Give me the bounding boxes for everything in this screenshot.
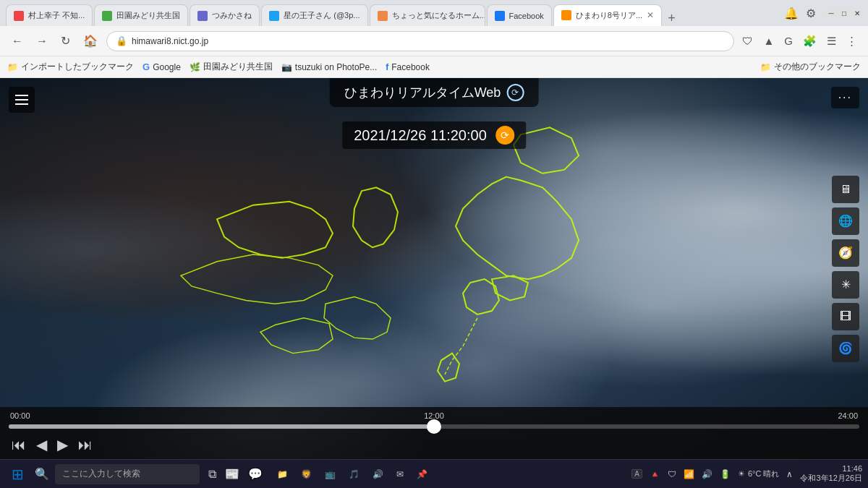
map-title-text: ひまわりリアルタイムWeb: [344, 84, 501, 101]
globe-icon: 🌐: [838, 214, 853, 228]
taskbar-search-box[interactable]: ここに入力して検索: [55, 464, 200, 484]
translate-icon[interactable]: G: [780, 33, 796, 50]
next-button[interactable]: ▶: [54, 435, 71, 455]
tab-2-favicon: [102, 11, 112, 21]
skip-to-start-button[interactable]: ⏮: [9, 435, 29, 455]
tab-2-label: 田園みどり共生国: [116, 10, 180, 21]
weather-sun-icon: ☀: [738, 469, 745, 479]
tab-4[interactable]: 星の王子さん (@3p...: [261, 4, 367, 26]
tab-1-favicon: [14, 11, 24, 21]
tray-shield[interactable]: 🛡: [665, 468, 679, 481]
tab-7[interactable]: ひまわり8号リア... ✕: [553, 4, 662, 26]
bookmark-photope[interactable]: 📷 tsuzuki on PhotoPe...: [281, 62, 377, 72]
taskbar-app-brave[interactable]: 🦁: [295, 461, 318, 487]
tray-battery[interactable]: 🔋: [717, 468, 733, 481]
toolbar-right: 🔔 ⚙: [783, 5, 817, 22]
tray-overflow[interactable]: ∧: [783, 468, 796, 481]
taskbar-app-3[interactable]: 🎵: [343, 461, 365, 487]
taskbar-app-niconico[interactable]: 📺: [319, 461, 341, 487]
home-button[interactable]: 🏠: [79, 31, 102, 51]
tab-1[interactable]: 村上幸子 不知...: [6, 4, 93, 26]
menu-hamburger-button[interactable]: [9, 87, 35, 113]
input-mode-box[interactable]: A: [631, 469, 642, 479]
reload-button[interactable]: ↻: [56, 31, 75, 51]
tab-2[interactable]: 田園みどり共生国: [94, 4, 188, 26]
tab-5-label: ちょっと気になるホーム...: [392, 10, 485, 21]
tab-5[interactable]: ちょっと気になるホーム...: [370, 4, 485, 26]
brave-shield-icon[interactable]: 🛡: [739, 33, 757, 50]
asterisk-icon: ✳: [841, 278, 851, 291]
tab-7-label: ひまわり8号リア...: [576, 10, 642, 21]
tab-5-favicon: [378, 11, 388, 21]
taskbar-task-view[interactable]: ⧉: [205, 464, 219, 484]
main-content: ひまわりリアルタイムWeb ⟳ 2021/12/26 11:20:00 ⟳ ··…: [0, 78, 868, 459]
ham-line-1: [15, 95, 28, 96]
taskbar-app-folder[interactable]: 📁: [271, 461, 294, 487]
close-button[interactable]: ✕: [852, 8, 862, 18]
tab-6[interactable]: Facebook: [487, 4, 552, 26]
clock-date: 令和3年12月26日: [800, 473, 862, 484]
timeline-track[interactable]: [9, 424, 859, 429]
bookmark-others[interactable]: 📁 その他のブックマーク: [760, 61, 861, 73]
brave-rewards-icon[interactable]: ▲: [760, 33, 778, 50]
animation-button[interactable]: 🎞: [832, 303, 859, 330]
settings-icon[interactable]: ⚙: [804, 5, 817, 22]
maximize-button[interactable]: □: [839, 8, 849, 18]
bookmark-google[interactable]: G Google: [142, 61, 181, 72]
tab-7-favicon: [561, 10, 571, 20]
sidebar-toggle-icon[interactable]: ☰: [823, 33, 840, 50]
new-tab-button[interactable]: +: [663, 11, 680, 26]
compass-button[interactable]: 🧭: [832, 239, 859, 267]
back-button[interactable]: ←: [7, 32, 27, 51]
right-sidebar: 🖥 🌐 🧭 ✳ 🎞 🌀: [832, 176, 859, 362]
taskbar: ⊞ 🔍 ここに入力して検索 ⧉ 📰 💬 📁 🦁 📺 🎵 🔊 ✉ 📌 A 🔺 🛡: [0, 459, 868, 488]
tab-3[interactable]: つみかさね: [190, 4, 260, 26]
taskbar-search-icon[interactable]: 🔍: [32, 464, 52, 484]
taskbar-chat[interactable]: 💬: [245, 464, 265, 484]
tray-icon-1[interactable]: 🔺: [647, 468, 663, 481]
globe-view-button[interactable]: 🌐: [832, 207, 859, 235]
clock-time: 11:46: [800, 464, 862, 473]
taskbar-search-placeholder: ここに入力して検索: [62, 468, 140, 480]
timeline-thumb[interactable]: [427, 419, 441, 434]
tab-6-favicon: [495, 11, 505, 21]
tab-4-label: 星の王子さん (@3p...: [284, 10, 359, 21]
forward-button[interactable]: →: [32, 32, 52, 51]
time-start: 00:00: [10, 411, 30, 420]
address-text: himawari8.nict.go.jp: [132, 36, 725, 46]
menu-button[interactable]: ⋮: [843, 33, 861, 50]
notifications-icon[interactable]: 🔔: [783, 5, 800, 22]
bookmark-facebook[interactable]: f Facebook: [386, 62, 430, 72]
bookmark-tanomi[interactable]: 🌿 田園みどり共生国: [190, 61, 273, 73]
map-title-bar: ひまわりリアルタイムWeb ⟳: [330, 78, 539, 107]
timestamp-text: 2021/12/26 11:20:00: [354, 127, 487, 144]
time-end: 24:00: [838, 411, 858, 420]
taskbar-widgets[interactable]: 📰: [222, 464, 242, 484]
title-bar: 村上幸子 不知... 田園みどり共生国 つみかさね 星の王子さん (@3p...…: [0, 0, 868, 26]
address-bar[interactable]: 🔒 himawari8.nict.go.jp: [106, 31, 734, 51]
display-mode-button[interactable]: 🖥: [832, 176, 859, 203]
taskbar-app-mail[interactable]: ✉: [391, 461, 409, 487]
typhoon-button[interactable]: 🌀: [832, 335, 859, 362]
bookmarks-bar: 📁 インポートしたブックマーク G Google 🌿 田園みどり共生国 📷 ts…: [0, 56, 868, 78]
timeline-fill: [9, 424, 434, 429]
satellite-map[interactable]: ひまわりリアルタイムWeb ⟳ 2021/12/26 11:20:00 ⟳ ··…: [0, 78, 868, 459]
overlay-button[interactable]: ✳: [832, 271, 859, 299]
start-button[interactable]: ⊞: [6, 463, 29, 486]
tray-network[interactable]: 📶: [681, 468, 697, 481]
map-title-icon: ⟳: [506, 84, 524, 101]
more-options-button[interactable]: ···: [831, 87, 859, 108]
taskbar-app-4[interactable]: 🔊: [367, 461, 389, 487]
system-clock[interactable]: 11:46 令和3年12月26日: [800, 464, 862, 484]
bookmark-imported[interactable]: 📁 インポートしたブックマーク: [7, 61, 134, 73]
previous-button[interactable]: ◀: [33, 435, 50, 455]
minimize-button[interactable]: ─: [826, 8, 836, 18]
tray-sound[interactable]: 🔊: [699, 468, 715, 481]
tab-4-favicon: [269, 11, 279, 21]
compass-icon: 🧭: [838, 246, 853, 260]
taskbar-app-5[interactable]: 📌: [411, 461, 433, 487]
tab-3-label: つみかさね: [212, 10, 252, 21]
tab-7-close[interactable]: ✕: [647, 10, 654, 20]
skip-to-end-button[interactable]: ⏭: [75, 435, 95, 455]
extensions-icon[interactable]: 🧩: [799, 33, 820, 50]
